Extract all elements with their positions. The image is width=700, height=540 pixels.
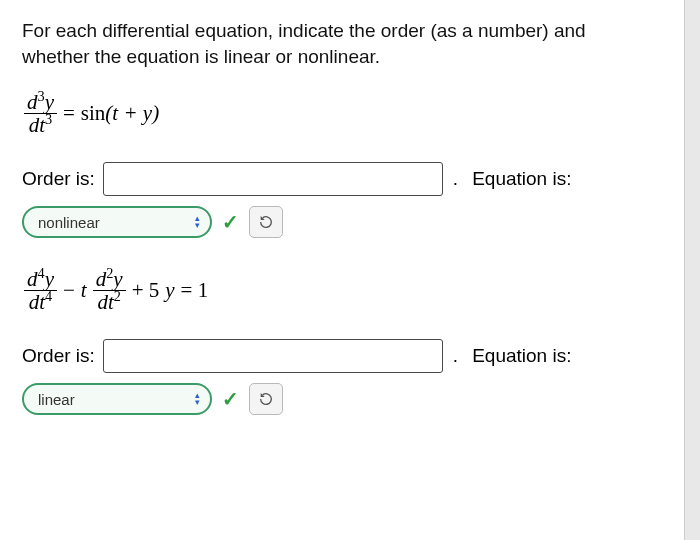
order-label: Order is: [22, 345, 95, 367]
equation-is-label: Equation is: [472, 345, 571, 367]
question-content: For each differential equation, indicate… [0, 0, 680, 441]
q1-select-value: nonlinear [38, 214, 100, 231]
equation-2: d4y dt4 − t d2y dt2 + 5y = 1 [24, 268, 656, 313]
q1-order-row: Order is: . Equation is: [22, 162, 658, 196]
q1-select-row: nonlinear ▴ ▾ ✓ [22, 206, 658, 238]
q2-order-input[interactable] [103, 339, 443, 373]
retry-icon [258, 214, 274, 230]
period: . [453, 168, 458, 190]
scrollbar-track[interactable] [684, 0, 700, 540]
q1-retry-button[interactable] [249, 206, 283, 238]
retry-icon [258, 391, 274, 407]
q2-select-value: linear [38, 391, 75, 408]
q2-linearity-select[interactable]: linear ▴ ▾ [22, 383, 212, 415]
period: . [453, 345, 458, 367]
order-label: Order is: [22, 168, 95, 190]
q1-linearity-select[interactable]: nonlinear ▴ ▾ [22, 206, 212, 238]
q2-order-row: Order is: . Equation is: [22, 339, 658, 373]
equation-1: d3y dt3 = sin(t + y) [24, 91, 656, 136]
select-stepper-icon: ▴ ▾ [195, 215, 200, 229]
q2-retry-button[interactable] [249, 383, 283, 415]
equation-is-label: Equation is: [472, 168, 571, 190]
q1-order-input[interactable] [103, 162, 443, 196]
check-icon: ✓ [222, 387, 239, 411]
q2-select-row: linear ▴ ▾ ✓ [22, 383, 658, 415]
prompt-text: For each differential equation, indicate… [22, 18, 658, 69]
check-icon: ✓ [222, 210, 239, 234]
select-stepper-icon: ▴ ▾ [195, 392, 200, 406]
